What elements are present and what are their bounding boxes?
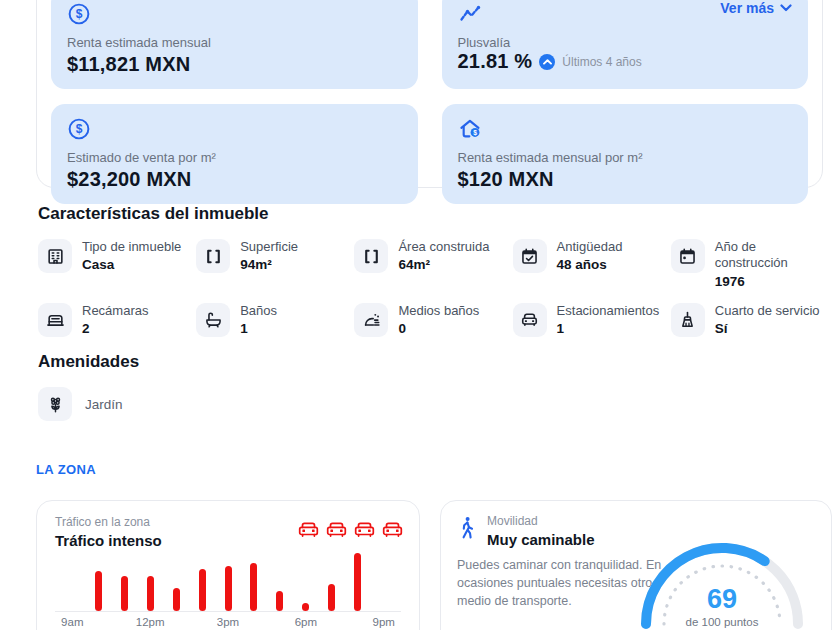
amenities-title: Amenidades	[38, 352, 438, 372]
traffic-intensity-icons	[298, 521, 403, 538]
walk-score-value: 69	[707, 584, 737, 614]
x-tick-label: 12pm	[136, 616, 165, 628]
feature-value: 94m²	[240, 257, 298, 272]
walk-score-caption: de 100 puntos	[686, 616, 759, 628]
traffic-bar-chart	[55, 554, 401, 612]
estimate-label: Renta estimada mensual	[67, 35, 402, 50]
feature-label: Año de construcción	[715, 239, 825, 272]
traffic-bar-11am	[121, 576, 128, 611]
ver-mas-button[interactable]: Ver más	[720, 0, 792, 16]
flower-icon	[38, 387, 72, 421]
svg-text:$: $	[76, 7, 83, 21]
feature-value: 1976	[715, 274, 825, 289]
red-car-icon	[354, 521, 375, 538]
estimate-label: Estimado de venta por m²	[67, 150, 402, 165]
gauge-value-arc	[646, 548, 765, 624]
feature-label: Medios baños	[398, 303, 479, 319]
feature-label: Área construida	[398, 239, 489, 255]
traffic-bar-7pm	[328, 584, 335, 611]
features-section: Características del inmueble Tipo de inm…	[38, 204, 825, 337]
feature-value: 64m²	[398, 257, 489, 272]
feature-label: Recámaras	[82, 303, 148, 319]
x-tick-label: 6pm	[295, 616, 317, 628]
traffic-bar-8pm	[354, 553, 361, 611]
dollar-circle-icon: $	[67, 117, 402, 143]
house-dollar-icon: $	[458, 117, 793, 143]
property-listing-page: $ Renta estimada mensual $11,821 MXN Ver…	[0, 0, 840, 630]
feature-property-type: Tipo de inmueble Casa	[38, 239, 192, 289]
mobility-card: Movilidad Muy caminable Puedes caminar c…	[440, 500, 832, 630]
area-brackets-icon	[196, 239, 230, 273]
estimate-label: Renta estimada mensual por m²	[458, 150, 793, 165]
feature-value: 48 años	[557, 257, 623, 272]
chevron-down-icon	[780, 4, 792, 12]
hand-wash-icon	[354, 303, 388, 337]
estimates-panel: $ Renta estimada mensual $11,821 MXN Ver…	[36, 0, 823, 188]
mobility-level: Muy caminable	[487, 531, 595, 548]
calendar-check-icon	[513, 239, 547, 273]
red-car-icon	[326, 521, 347, 538]
feature-value: Casa	[82, 257, 181, 272]
estimate-card-rent-m2: $ Renta estimada mensual por m² $120 MXN	[442, 104, 809, 204]
estimate-value: $11,821 MXN	[67, 53, 402, 76]
feature-surface: Superficie 94m²	[196, 239, 350, 289]
svg-text:$: $	[473, 129, 477, 137]
traffic-bar-2pm	[199, 569, 206, 611]
red-car-icon	[298, 521, 319, 538]
amenity-garden: Jardín	[38, 387, 438, 421]
feature-age: Antigüedad 48 años	[513, 239, 667, 289]
feature-built-area: Área construida 64m²	[354, 239, 508, 289]
feature-bedrooms: Recámaras 2	[38, 303, 192, 337]
estimate-value: 21.81 %	[458, 50, 533, 73]
x-tick-label: 9pm	[373, 616, 395, 628]
feature-year-built: Año de construcción 1976	[671, 239, 825, 289]
mobility-label: Movilidad	[487, 514, 595, 528]
estimate-card-plusvalia: Ver más Plusvalía 21.81 %	[442, 0, 809, 89]
pedestrian-icon	[457, 516, 477, 544]
car-icon	[513, 303, 547, 337]
traffic-bar-4pm	[250, 563, 257, 611]
ver-mas-label: Ver más	[720, 0, 774, 16]
traffic-bar-10am	[95, 571, 102, 611]
traffic-bar-5pm	[276, 591, 283, 611]
estimate-label: Plusvalía	[458, 35, 793, 50]
up-arrow-icon	[539, 54, 555, 70]
feature-label: Tipo de inmueble	[82, 239, 181, 255]
zone-section-title: LA ZONA	[36, 462, 96, 477]
dollar-circle-icon: $	[67, 2, 402, 28]
feature-label: Superficie	[240, 239, 298, 255]
feature-service-room: Cuarto de servicio Sí	[671, 303, 825, 337]
building-icon	[38, 239, 72, 273]
bathtub-icon	[196, 303, 230, 337]
traffic-bar-12pm	[147, 576, 154, 611]
estimate-value: $120 MXN	[458, 168, 793, 191]
estimate-card-sale-m2: $ Estimado de venta por m² $23,200 MXN	[51, 104, 418, 204]
x-tick-label: 3pm	[217, 616, 239, 628]
feature-label: Cuarto de servicio	[715, 303, 820, 319]
feature-value: 0	[398, 321, 479, 336]
traffic-bar-3pm	[225, 566, 232, 611]
feature-label: Estacionamientos	[557, 303, 660, 319]
bed-icon	[38, 303, 72, 337]
traffic-bar-6pm	[302, 603, 309, 611]
estimate-note: Últimos 4 años	[562, 55, 641, 69]
amenity-label: Jardín	[85, 397, 123, 412]
traffic-bar-1pm	[173, 588, 180, 611]
feature-label: Baños	[240, 303, 277, 319]
features-title: Características del inmueble	[38, 204, 825, 224]
traffic-x-axis: 9am12pm3pm6pm9pm	[55, 616, 401, 630]
calendar-icon	[671, 239, 705, 273]
traffic-card: Tráfico en la zona Tráfico intenso	[36, 500, 420, 630]
feature-half-bathrooms: Medios baños 0	[354, 303, 508, 337]
feature-label: Antigüedad	[557, 239, 623, 255]
feature-value: 1	[557, 321, 660, 336]
area-brackets-icon	[354, 239, 388, 273]
feature-value: 2	[82, 321, 148, 336]
amenities-section: Amenidades Jardín	[38, 352, 438, 421]
broom-icon	[671, 303, 705, 337]
x-tick-label: 9am	[61, 616, 83, 628]
feature-value: Sí	[715, 321, 820, 336]
walk-score-gauge: 69 de 100 puntos	[637, 529, 807, 630]
red-car-icon	[382, 521, 403, 538]
svg-text:$: $	[76, 122, 83, 136]
